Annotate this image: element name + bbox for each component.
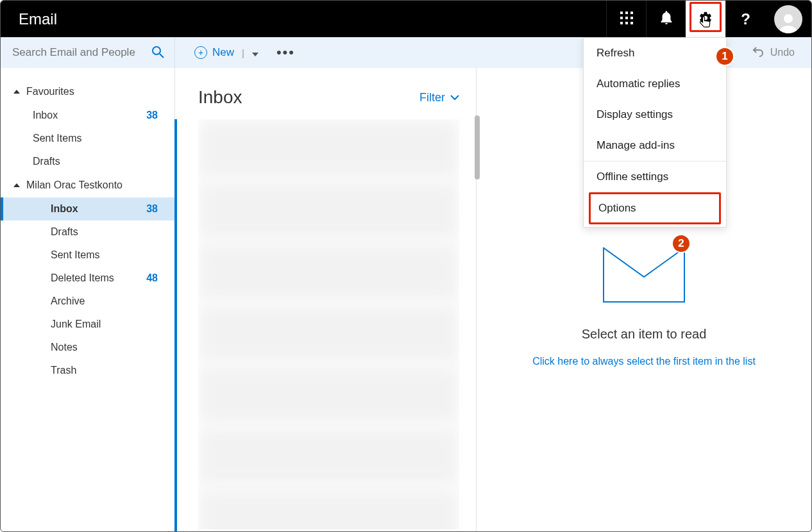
user-avatar-button[interactable] — [765, 1, 811, 37]
sidebar-item-label: Inbox — [51, 203, 78, 215]
sidebar-item-count: 38 — [146, 203, 158, 215]
bell-icon — [660, 11, 673, 27]
svg-rect-4 — [625, 17, 628, 19]
waffle-icon — [620, 12, 633, 26]
sidebar-item-label: Drafts — [51, 226, 78, 238]
new-button-group: + New | — [175, 46, 258, 59]
search-input[interactable] — [12, 46, 151, 59]
filter-label: Filter — [419, 91, 445, 104]
reading-prompt: Select an item to read — [582, 327, 707, 342]
avatar-icon — [774, 5, 802, 33]
chevron-up-icon — [13, 90, 20, 94]
settings-button[interactable] — [686, 1, 725, 37]
sidebar-item-trash[interactable]: Trash — [1, 359, 174, 382]
annotation-badge-2: 2 — [672, 234, 691, 253]
svg-rect-0 — [620, 12, 623, 14]
sidebar-item-label: Junk Email — [51, 319, 101, 330]
list-item[interactable] — [198, 488, 459, 529]
sidebar-item-notes[interactable]: Notes — [1, 336, 174, 359]
divider: | — [242, 47, 244, 58]
sidebar-item-sent[interactable]: Sent Items — [1, 244, 174, 267]
sidebar-item-count: 38 — [146, 110, 158, 121]
undo-icon — [752, 46, 764, 60]
list-header: Inbox Filter — [198, 87, 459, 108]
svg-rect-1 — [625, 12, 628, 14]
list-item[interactable] — [198, 427, 459, 485]
pointer-cursor-icon — [700, 16, 711, 31]
sidebar-item-archive[interactable]: Archive — [1, 290, 174, 313]
sidebar-item-label: Inbox — [33, 110, 58, 121]
plus-circle-icon: + — [194, 46, 207, 59]
new-dropdown-button[interactable] — [252, 47, 258, 58]
sidebar-item-fav-inbox[interactable]: Inbox 38 — [1, 104, 174, 127]
chevron-up-icon — [13, 183, 20, 187]
folder-sidebar: Favourites Inbox 38 Sent Items Drafts Mi… — [1, 68, 175, 531]
list-item[interactable] — [198, 181, 459, 238]
svg-rect-3 — [620, 17, 623, 19]
svg-rect-6 — [620, 22, 623, 24]
menu-item-refresh[interactable]: Refresh — [584, 38, 726, 69]
sidebar-item-fav-sent[interactable]: Sent Items — [1, 127, 174, 150]
list-item[interactable] — [198, 119, 459, 177]
new-button[interactable]: + New — [194, 46, 234, 59]
sidebar-item-label: Sent Items — [51, 249, 99, 261]
undo-button[interactable]: Undo — [752, 46, 811, 60]
new-button-label: New — [212, 46, 234, 59]
app-brand: Email — [1, 10, 606, 28]
annotation-badge-1: 1 — [715, 47, 734, 66]
list-item[interactable] — [198, 242, 459, 300]
sidebar-section-label: Favourites — [26, 86, 74, 97]
annotation-highlight-options: Options — [589, 192, 721, 224]
list-title: Inbox — [198, 87, 242, 108]
menu-item-automatic-replies[interactable]: Automatic replies — [584, 69, 726, 99]
search-icon[interactable] — [151, 46, 164, 60]
svg-line-11 — [160, 54, 164, 58]
list-item[interactable] — [198, 304, 459, 362]
notifications-button[interactable] — [646, 1, 686, 37]
chevron-down-icon — [252, 53, 258, 56]
help-button[interactable]: ? — [725, 1, 765, 37]
selection-edge — [174, 119, 177, 531]
message-list-panel: Inbox Filter — [175, 68, 477, 531]
settings-dropdown-menu: Refresh Automatic replies Display settin… — [583, 37, 727, 228]
filter-button[interactable]: Filter — [419, 91, 459, 104]
list-item[interactable] — [198, 365, 459, 423]
menu-item-options[interactable]: Options — [591, 194, 719, 222]
sidebar-item-label: Trash — [51, 365, 76, 376]
undo-label: Undo — [770, 47, 795, 58]
more-actions-button[interactable]: ••• — [276, 44, 295, 61]
apps-launcher-button[interactable] — [606, 1, 646, 37]
question-icon: ? — [741, 10, 750, 28]
top-bar: Email ? — [1, 1, 811, 37]
sidebar-item-label: Notes — [51, 342, 78, 353]
sidebar-section-label: Milan Orac Testkonto — [26, 179, 123, 191]
sidebar-item-inbox[interactable]: Inbox 38 — [1, 197, 174, 220]
sidebar-item-drafts[interactable]: Drafts — [1, 220, 174, 244]
svg-rect-7 — [625, 22, 628, 24]
sidebar-section-favourites[interactable]: Favourites — [1, 79, 174, 104]
search-box[interactable] — [1, 37, 175, 68]
message-list-blurred — [198, 119, 459, 529]
menu-item-display-settings[interactable]: Display settings — [584, 99, 726, 130]
sidebar-item-label: Drafts — [33, 156, 60, 167]
sidebar-item-label: Deleted Items — [51, 272, 114, 284]
svg-rect-5 — [630, 17, 633, 19]
menu-item-offline-settings[interactable]: Offline settings — [584, 162, 726, 192]
svg-rect-8 — [630, 22, 633, 24]
sidebar-item-label: Sent Items — [33, 133, 81, 144]
ellipsis-icon: ••• — [276, 44, 295, 60]
svg-point-9 — [784, 14, 793, 23]
sidebar-section-account[interactable]: Milan Orac Testkonto — [1, 173, 174, 197]
sidebar-item-label: Archive — [51, 295, 85, 307]
menu-item-manage-addins[interactable]: Manage add-ins — [584, 130, 726, 161]
envelope-icon — [603, 247, 685, 303]
reading-select-first-link[interactable]: Click here to always select the first it… — [532, 356, 756, 367]
sidebar-item-fav-drafts[interactable]: Drafts — [1, 150, 174, 173]
svg-rect-2 — [630, 12, 633, 14]
sidebar-item-junk[interactable]: Junk Email — [1, 313, 174, 336]
chevron-down-icon — [450, 91, 459, 104]
sidebar-item-count: 48 — [146, 272, 158, 284]
sidebar-item-deleted[interactable]: Deleted Items 48 — [1, 267, 174, 290]
svg-point-10 — [153, 47, 160, 54]
